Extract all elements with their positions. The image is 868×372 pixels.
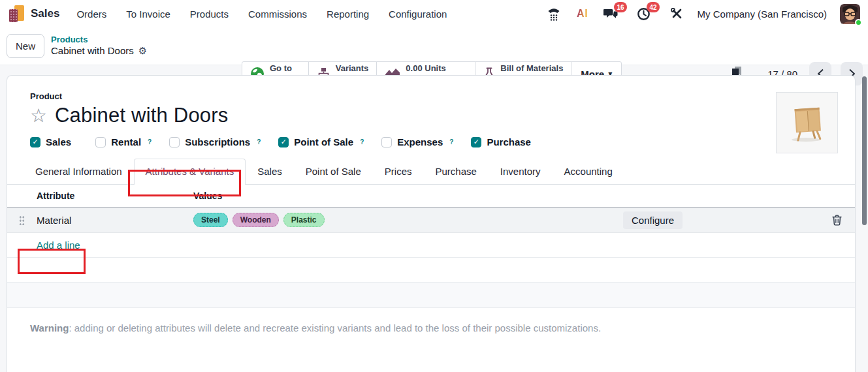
tab-attributes-variants[interactable]: Attributes & Variants	[134, 159, 246, 185]
empty-row	[7, 283, 855, 308]
add-a-line-link[interactable]: Add a line	[37, 240, 80, 251]
tab-purchase[interactable]: Purchase	[423, 159, 488, 184]
activities-badge: 42	[647, 2, 659, 12]
drag-handle-icon[interactable]	[19, 215, 25, 225]
checkbox[interactable]: ✓	[278, 137, 289, 147]
ai-icon[interactable]: AI	[575, 6, 590, 22]
notebook-tabs: General Information Attributes & Variant…	[7, 159, 855, 185]
activities-icon[interactable]: 42	[636, 6, 652, 22]
help-mark: ?	[257, 138, 261, 146]
record-type-label: Product	[30, 91, 832, 101]
user-menu[interactable]	[840, 4, 860, 24]
vertical-scrollbar[interactable]	[862, 76, 867, 225]
checkbox[interactable]: ✓	[381, 137, 392, 147]
checkbox-label: Point of Sale	[294, 136, 353, 147]
company-selector[interactable]: My Company (San Francisco)	[698, 8, 827, 20]
form-sheet: Product ☆ Cabinet with Doors ✓ Sales ✓ R…	[7, 75, 856, 372]
checkbox-label: Subscriptions	[185, 136, 250, 147]
column-header-attribute: Attribute	[37, 191, 193, 201]
breadcrumb-products-link[interactable]: Products	[51, 35, 147, 45]
odoo-product-page: Sales Orders To Invoice Products Commiss…	[0, 0, 868, 372]
attribute-values: Steel Wooden Plastic	[193, 213, 623, 227]
control-panel: New Products Cabinet with Doors ⚙ Go toW…	[0, 27, 868, 65]
messages-icon[interactable]: 16	[603, 6, 619, 22]
favorite-star-icon[interactable]: ☆	[30, 106, 47, 125]
attribute-name[interactable]: Material	[37, 215, 193, 226]
checkbox-label: Rental	[111, 136, 141, 147]
tab-prices[interactable]: Prices	[373, 159, 424, 184]
warning-body: : adding or deleting attributes will del…	[69, 322, 601, 333]
checkbox[interactable]: ✓	[471, 137, 481, 147]
actions-gear-icon[interactable]: ⚙	[138, 45, 147, 57]
checkbox-subscriptions[interactable]: ✓ Subscriptions?	[169, 136, 261, 147]
stat-value: 0.00 Units	[406, 64, 467, 74]
checkbox-point-of-sale[interactable]: ✓ Point of Sale?	[278, 136, 364, 147]
delete-row-trash-icon[interactable]	[831, 214, 843, 226]
checkbox[interactable]: ✓	[30, 137, 40, 147]
checkbox[interactable]: ✓	[169, 137, 180, 147]
app-name[interactable]: Sales	[31, 7, 59, 20]
checkbox-label: Expenses	[397, 136, 443, 147]
stat-label: Go to	[270, 64, 300, 74]
new-button[interactable]: New	[7, 34, 44, 58]
product-type-checkboxes: ✓ Sales ✓ Rental? ✓ Subscriptions? ✓ Poi…	[30, 136, 832, 147]
add-line-row: Add a line	[7, 233, 855, 258]
menu-products[interactable]: Products	[190, 8, 229, 20]
tab-accounting[interactable]: Accounting	[553, 159, 624, 184]
checkbox-rental[interactable]: ✓ Rental?	[95, 136, 152, 147]
breadcrumb-current: Cabinet with Doors	[51, 45, 134, 57]
value-tag-steel[interactable]: Steel	[193, 213, 228, 227]
tab-sales[interactable]: Sales	[246, 159, 294, 184]
systray: AI 16 42 My Company (San Francisco)	[546, 4, 860, 24]
help-mark: ?	[360, 138, 364, 146]
help-mark: ?	[148, 138, 152, 146]
checkbox-purchase[interactable]: ✓ Purchase	[471, 136, 538, 147]
column-header-values: Values	[193, 191, 623, 201]
empty-row	[7, 258, 855, 283]
stat-label: Bill of Materials	[500, 64, 563, 74]
tab-general-information[interactable]: General Information	[24, 159, 134, 184]
menu-commissions[interactable]: Commissions	[248, 8, 307, 20]
menu-to-invoice[interactable]: To Invoice	[126, 8, 170, 20]
tab-inventory[interactable]: Inventory	[489, 159, 553, 184]
online-status-dot	[855, 19, 862, 26]
product-name[interactable]: Cabinet with Doors	[55, 104, 229, 127]
messages-badge: 16	[614, 2, 626, 12]
stat-label: Variants	[336, 64, 369, 74]
value-tag-wooden[interactable]: Wooden	[233, 213, 279, 227]
app-menu-button[interactable]: Sales	[8, 5, 59, 22]
nav-menus: Orders To Invoice Products Commissions R…	[76, 8, 447, 20]
menu-orders[interactable]: Orders	[76, 8, 106, 20]
checkbox-sales[interactable]: ✓ Sales	[30, 136, 78, 147]
checkbox[interactable]: ✓	[95, 137, 106, 147]
warning-title: Warning	[30, 322, 69, 333]
attribute-table-header: Attribute Values	[7, 185, 855, 208]
ai-label: AI	[577, 8, 588, 20]
configure-button[interactable]: Configure	[623, 211, 683, 229]
breadcrumb: Products Cabinet with Doors ⚙	[51, 35, 147, 57]
tab-point-of-sale[interactable]: Point of Sale	[294, 159, 373, 184]
menu-configuration[interactable]: Configuration	[389, 8, 447, 20]
variants-warning-text: Warning: adding or deleting attributes w…	[30, 322, 832, 333]
value-tag-plastic[interactable]: Plastic	[283, 213, 325, 227]
debug-tools-icon[interactable]	[669, 6, 684, 22]
menu-reporting[interactable]: Reporting	[327, 8, 369, 20]
checkbox-label: Sales	[46, 136, 71, 147]
sales-app-icon	[8, 5, 25, 22]
product-image[interactable]	[776, 92, 838, 153]
help-mark: ?	[449, 138, 453, 146]
checkbox-label: Purchase	[487, 136, 531, 147]
voip-phone-icon[interactable]	[546, 6, 562, 22]
top-navbar: Sales Orders To Invoice Products Commiss…	[0, 0, 868, 27]
attribute-row-material[interactable]: Material Steel Wooden Plastic Configure	[7, 208, 855, 233]
checkbox-expenses[interactable]: ✓ Expenses?	[381, 136, 453, 147]
